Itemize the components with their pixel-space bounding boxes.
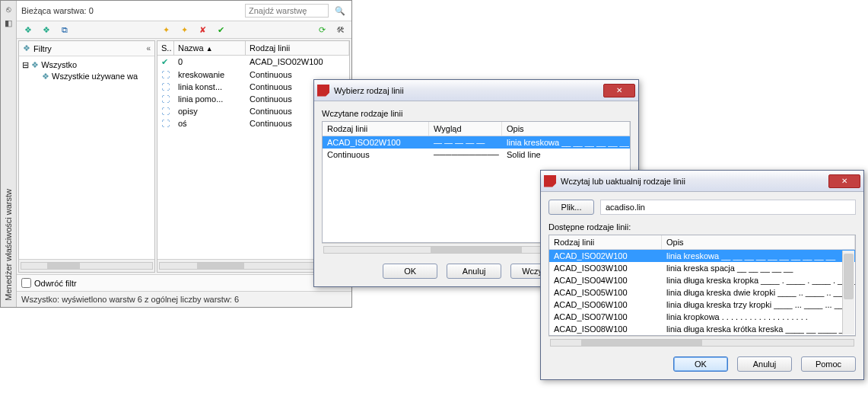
dialog-title: Wczytaj lub uaktualnij rodzaje linii [561, 177, 685, 186]
filter-panel: ❖ Filtry « ⊟ ❖ Wszystko ❖ Wszystkie używ… [18, 40, 155, 273]
filter-icon: ❖ [23, 43, 30, 53]
help-button[interactable]: Pomoc [801, 356, 856, 372]
filter-title: Filtry [33, 44, 52, 53]
list-item[interactable]: ACAD_ISO04W100linia długa kreska kropka … [549, 274, 855, 286]
app-icon [317, 85, 329, 97]
col-description[interactable]: Opis [662, 235, 855, 249]
sidebar-label: Menedżer właściwości warstw [4, 189, 13, 301]
col-description[interactable]: Opis [502, 122, 630, 136]
list-item[interactable]: ACAD_ISO05W100linia długa kreska dwie kr… [549, 286, 855, 299]
pin-icon[interactable]: ⎋ [3, 4, 14, 14]
ok-button[interactable]: OK [383, 264, 437, 279]
layer-manager: ⎋ ◧ Menedżer właściwości warstw Bieżąca … [0, 0, 352, 308]
new-layer-icon[interactable]: ❖ [21, 23, 35, 37]
status-bar: Wszystko: wyświetlono warstw 6 z ogólnej… [17, 291, 351, 307]
new-layer-freeze-icon[interactable]: ❖ [40, 23, 53, 37]
list-item[interactable]: ACAD_ISO06W100linia długa kreska trzy kr… [549, 299, 855, 311]
current-layer-label: Bieżąca warstwa: 0 [21, 6, 240, 15]
tree-item[interactable]: Wszystko [41, 60, 77, 69]
dialog-title: Wybierz rodzaj linii [334, 86, 404, 95]
scrollbar[interactable] [548, 336, 856, 349]
tree-item[interactable]: Wszystkie używane wa [52, 72, 138, 81]
section-label: Dostępne rodzaje linii: [548, 222, 856, 232]
search-input[interactable] [245, 4, 329, 18]
col-linetype[interactable]: Rodzaj linii [549, 235, 662, 249]
refresh-icon[interactable]: ⟳ [315, 23, 329, 37]
dock-icon[interactable]: ◧ [3, 18, 14, 28]
sidebar: ⎋ ◧ Menedżer właściwości warstw [1, 1, 17, 307]
invert-filter-checkbox[interactable] [21, 278, 31, 288]
new-group-icon[interactable]: ⧉ [58, 23, 72, 37]
col-appearance[interactable]: Wygląd [429, 122, 502, 136]
search-icon[interactable]: 🔍 [333, 4, 347, 18]
list-item[interactable]: ACAD_ISO07W100linia kropkowa . . . . . .… [549, 311, 855, 323]
load-linetypes-dialog: Wczytaj lub uaktualnij rodzaje linii ✕ P… [540, 170, 864, 380]
close-icon[interactable]: ✕ [603, 84, 635, 97]
app-icon [544, 175, 556, 187]
cancel-button[interactable]: Anuluj [737, 356, 792, 372]
delete-layer-icon[interactable]: ✘ [196, 23, 209, 37]
table-row[interactable]: ✔0ACAD_ISO02W100 [157, 56, 349, 69]
titlebar[interactable]: Wczytaj lub uaktualnij rodzaje linii ✕ [541, 171, 863, 192]
close-icon[interactable]: ✕ [828, 174, 860, 188]
scrollbar[interactable] [19, 259, 154, 272]
collapse-icon[interactable]: « [146, 44, 151, 53]
settings-icon[interactable]: 🛠 [333, 23, 347, 37]
cancel-button[interactable]: Anuluj [447, 264, 501, 279]
header: Bieżąca warstwa: 0 🔍 [17, 1, 351, 21]
titlebar[interactable]: Wybierz rodzaj linii ✕ [314, 80, 638, 101]
filter-tree[interactable]: ⊟ ❖ Wszystko ❖ Wszystkie używane wa [19, 56, 154, 259]
layer-state2-icon[interactable]: ✦ [177, 23, 191, 37]
col-name[interactable]: Nazwa ▲ [174, 41, 246, 55]
available-linetypes-list[interactable]: Rodzaj linii Opis ACAD_ISO02W100linia kr… [548, 235, 856, 336]
col-status[interactable]: S.. [157, 41, 174, 55]
footer: Odwróć filtr « [17, 274, 351, 291]
layer-state-icon[interactable]: ✦ [159, 23, 173, 37]
col-linetype[interactable]: Rodzaj linii [246, 41, 349, 55]
list-item[interactable]: Continuous───────────Solid line [323, 149, 630, 161]
section-label: Wczytane rodzaje linii [322, 109, 631, 118]
col-linetype[interactable]: Rodzaj linii [323, 122, 429, 136]
invert-filter-label: Odwróć filtr [34, 279, 77, 288]
scrollbar[interactable] [842, 251, 854, 334]
list-item[interactable]: ACAD_ISO03W100linia kreska spacja __ __ … [549, 262, 855, 274]
list-item[interactable]: ACAD_ISO02W100— — — — —linia kreskowa __… [323, 136, 630, 149]
file-button[interactable]: Plik... [548, 200, 594, 215]
list-item[interactable]: ACAD_ISO02W100linia kreskowa __ __ __ __… [549, 250, 855, 262]
ok-button[interactable]: OK [673, 356, 728, 372]
file-name-field[interactable]: acadiso.lin [600, 200, 856, 215]
toolbar: ❖ ❖ ⧉ ✦ ✦ ✘ ✔ ⟳ 🛠 [17, 21, 351, 39]
apply-icon[interactable]: ✔ [214, 23, 227, 37]
list-item[interactable]: ACAD_ISO08W100linia długa kreska krótka … [549, 323, 855, 335]
